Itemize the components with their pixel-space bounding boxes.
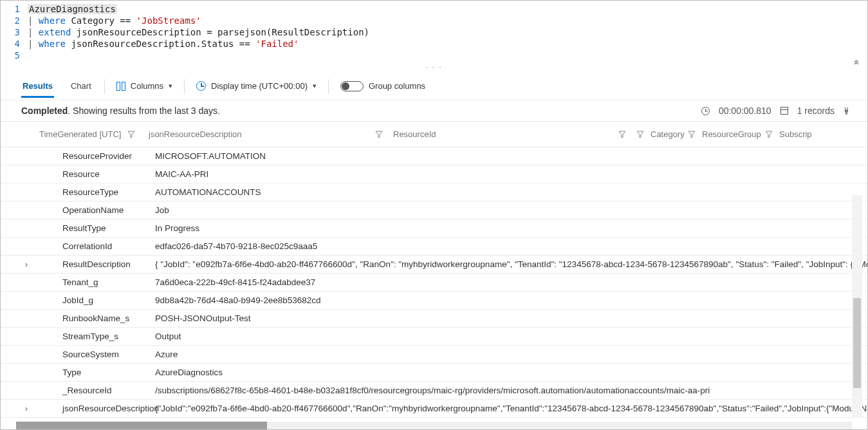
detail-row: Tenant_g7a6d0eca-222b-49cf-8415-f24adabd… — [1, 274, 867, 292]
filter-icon[interactable] — [636, 131, 644, 138]
detail-key: ResultDescription — [39, 259, 155, 269]
detail-row: ResourceProviderMICROSOFT.AUTOMATION — [1, 147, 867, 165]
detail-row: CorrelationIdedfac026-da57-4b70-9218-8ec… — [1, 238, 867, 256]
detail-value: 9db8a42b-76d4-48a0-b949-2ee8b53682cd — [155, 295, 867, 305]
detail-key: Resource — [39, 169, 155, 179]
elapsed-time: 00:00:00.810 — [719, 106, 771, 116]
detail-key: JobId_g — [39, 295, 155, 305]
detail-row: ResourceTypeAUTOMATIONACCOUNTS — [1, 183, 867, 201]
toggle-switch[interactable] — [340, 81, 364, 91]
editor-line-1[interactable]: 1 AzureDiagnostics — [1, 3, 867, 15]
detail-value: MAIC-AA-PRI — [155, 169, 867, 179]
scrollbar-thumb[interactable] — [16, 422, 267, 429]
detail-row: StreamType_sOutput — [1, 328, 867, 346]
detail-value: MICROSOFT.AUTOMATION — [155, 151, 867, 161]
col-resourceid[interactable]: ResourceId — [388, 129, 631, 139]
detail-row: ›ResultDescription{ "JobId": "e092fb7a-6… — [1, 256, 867, 274]
columns-label: Columns — [131, 81, 163, 91]
filter-icon[interactable] — [765, 131, 773, 138]
columns-icon — [116, 82, 125, 91]
horizontal-scrollbar[interactable] — [16, 422, 852, 429]
col-subscription[interactable]: Subscrip — [760, 129, 867, 139]
display-time-button[interactable]: Display time (UTC+00:00) ▾ — [196, 81, 317, 91]
filter-icon[interactable] — [375, 131, 383, 138]
col-timegenerated[interactable]: TimeGenerated [UTC] — [34, 129, 143, 139]
clock-icon — [196, 81, 206, 91]
col-category[interactable]: Category — [631, 129, 683, 139]
detail-value: /subscriptions/68627f8c-65b8-4601-b48e-b… — [155, 386, 867, 395]
expand-chevron-icon[interactable]: › — [1, 259, 39, 269]
filter-icon[interactable] — [688, 131, 696, 138]
group-columns-toggle[interactable]: Group columns — [340, 81, 425, 91]
detail-key: ResourceProvider — [39, 151, 155, 161]
detail-key: SourceSystem — [39, 350, 155, 359]
group-columns-label: Group columns — [369, 81, 425, 91]
line-number: 1 — [1, 3, 28, 15]
editor-line-4[interactable]: 4 | where jsonResourceDescription.Status… — [1, 38, 867, 50]
columns-button[interactable]: Columns ▾ — [116, 81, 172, 91]
editor-line-3[interactable]: 3 | extend jsonResourceDescription = par… — [1, 26, 867, 38]
display-time-label: Display time (UTC+00:00) — [211, 81, 308, 91]
detail-value: {"JobId":"e092fb7a-6f6e-4bd0-ab20-ff4677… — [155, 404, 867, 413]
detail-key: _ResourceId — [39, 386, 155, 395]
detail-value: In Progress — [155, 223, 867, 233]
tab-chart[interactable]: Chart — [69, 75, 93, 97]
vertical-scrollbar[interactable] — [852, 195, 862, 418]
editor-line-2[interactable]: 2 | where Category == 'JobStreams' — [1, 15, 867, 26]
expand-details-icon[interactable]: ∨∨ — [844, 107, 849, 115]
query-editor[interactable]: 1 AzureDiagnostics 2 | where Category ==… — [1, 1, 867, 72]
grid-header-row: TimeGenerated [UTC] jsonResourceDescript… — [1, 122, 867, 147]
tab-results[interactable]: Results — [21, 75, 54, 98]
filter-icon[interactable] — [127, 131, 135, 138]
col-resourcegroup[interactable]: ResourceGroup — [683, 129, 760, 139]
line-number: 5 — [1, 50, 28, 61]
detail-row: JobId_g9db8a42b-76d4-48a0-b949-2ee8b5368… — [1, 292, 867, 310]
detail-value: { "JobId": "e092fb7a-6f6e-4bd0-ab20-ff46… — [155, 259, 867, 269]
detail-row: TypeAzureDiagnostics — [1, 364, 867, 382]
expanded-record-details: ResourceProviderMICROSOFT.AUTOMATIONReso… — [1, 147, 867, 418]
detail-key: Tenant_g — [39, 277, 155, 287]
line-number: 4 — [1, 38, 28, 50]
collapse-editor-icon[interactable]: « — [852, 60, 862, 65]
line-number: 3 — [1, 26, 28, 38]
editor-line-5[interactable]: 5 — [1, 50, 867, 61]
detail-key: RunbookName_s — [39, 313, 155, 323]
status-bar: Completed. Showing results from the last… — [1, 100, 867, 122]
resize-handle[interactable]: · · · — [1, 61, 867, 71]
col-jsonresourcedescription[interactable]: jsonResourceDescription — [143, 129, 388, 139]
divider — [328, 79, 329, 93]
detail-key: StreamType_s — [39, 332, 155, 341]
divider — [184, 79, 185, 93]
chevron-down-icon: ▾ — [313, 82, 317, 90]
detail-key: ResultType — [39, 223, 155, 233]
detail-row: OperationNameJob — [1, 201, 867, 220]
result-tabs: Results Chart — [21, 75, 93, 98]
detail-row: ›jsonResourceDescription{"JobId":"e092fb… — [1, 400, 867, 418]
detail-value: Azure — [155, 350, 867, 359]
results-toolbar: Results Chart Columns ▾ Display time (UT… — [1, 72, 867, 100]
results-grid: TimeGenerated [UTC] jsonResourceDescript… — [1, 122, 867, 429]
divider — [104, 79, 105, 93]
chevron-down-icon: ▾ — [169, 82, 172, 90]
detail-row: SourceSystemAzure — [1, 346, 867, 364]
detail-value: 7a6d0eca-222b-49cf-8415-f24adabdee37 — [155, 277, 867, 287]
scrollbar-thumb[interactable] — [853, 298, 861, 388]
detail-key: ResourceType — [39, 187, 155, 197]
detail-value: POSH-JSONOutput-Test — [155, 313, 867, 323]
detail-value: AzureDiagnostics — [155, 368, 867, 377]
detail-key: jsonResourceDescription — [39, 404, 155, 413]
detail-key: OperationName — [39, 205, 155, 215]
detail-key: Type — [39, 368, 155, 377]
line-number: 2 — [1, 15, 28, 26]
token-table: AzureDiagnostics — [28, 4, 117, 14]
detail-row: ResourceMAIC-AA-PRI — [1, 165, 867, 183]
detail-value: Job — [155, 205, 867, 215]
detail-value: edfac026-da57-4b70-9218-8ec025c9aaa5 — [155, 241, 867, 251]
expand-chevron-icon[interactable]: › — [1, 404, 39, 413]
detail-value: Output — [155, 332, 867, 341]
detail-value: AUTOMATIONACCOUNTS — [155, 187, 867, 197]
detail-row: _ResourceId/subscriptions/68627f8c-65b8-… — [1, 382, 867, 400]
elapsed-clock-icon — [701, 107, 710, 115]
filter-icon[interactable] — [618, 131, 626, 138]
record-count: 1 records — [797, 106, 835, 116]
